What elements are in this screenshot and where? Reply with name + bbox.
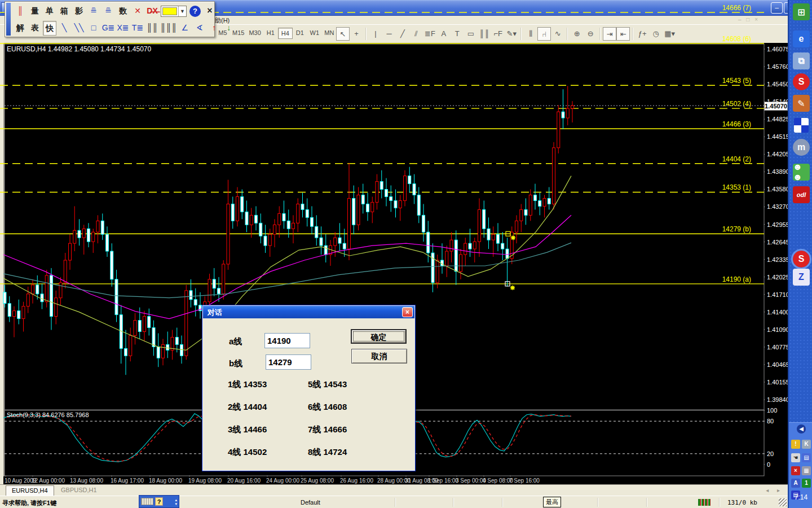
maxthon-icon[interactable]: m [793, 139, 810, 156]
messenger-icon[interactable]: ☻☻ [793, 164, 810, 181]
tab-scroll-arrows[interactable]: ◂ ▸ [766, 487, 783, 493]
error-x-icon[interactable]: × [791, 466, 800, 475]
ime-options-icon[interactable]: ▴▾ [175, 498, 177, 506]
channel-button[interactable]: ⫽ [409, 27, 423, 41]
color-picker-dropdown[interactable]: ▼ [161, 6, 187, 17]
label-button[interactable]: T [451, 27, 464, 41]
a-line-input[interactable] [264, 333, 310, 348]
ime-language-bar[interactable]: ? ▴▾ [139, 495, 179, 508]
parallel-lines-button[interactable]: ╲╲ [72, 21, 86, 36]
b-line-input[interactable] [266, 354, 311, 370]
dialog-titlebar[interactable]: 对话 [203, 306, 414, 318]
templates-button[interactable]: ▦▾ [663, 27, 677, 41]
candle-chart-icon[interactable]: ║ [14, 4, 27, 19]
order-button[interactable]: 单 [43, 4, 56, 19]
date-axis[interactable]: 10 Aug 200912 Aug 00:0013 Aug 08:0016 Au… [3, 476, 765, 484]
timeframe-w1[interactable]: W1 [307, 28, 322, 39]
timeframe-d1[interactable]: D1 [293, 28, 307, 39]
rectangle-button[interactable]: □ [87, 21, 100, 36]
trendline-button[interactable]: ╱ [396, 27, 409, 41]
chart-tab-eurusdh4[interactable]: EURUSD,H4 [6, 485, 54, 496]
chart-shift-button[interactable]: ⇥ [603, 27, 616, 41]
ok-button[interactable]: 确定 [351, 329, 407, 344]
gann-lines-button[interactable]: G≣ [102, 21, 115, 36]
box-button[interactable]: 箱 [58, 4, 71, 19]
cursor-button[interactable]: ↖ [336, 27, 350, 41]
fan-button[interactable]: ∠ [178, 21, 192, 36]
shape-button[interactable]: ▭ [464, 27, 478, 41]
input-a-icon[interactable]: A [791, 479, 800, 488]
hand-icon[interactable]: ☚ [791, 453, 800, 462]
volume-button[interactable]: 量 [28, 4, 42, 19]
down-arrow-button[interactable]: ↓ [222, 21, 236, 36]
browser-swirl-icon[interactable]: S [793, 73, 810, 90]
histogram2-button[interactable]: ≞ [102, 4, 115, 19]
security-shield-icon[interactable]: ! [791, 440, 800, 449]
fibo-fan-button[interactable]: ⌐F [491, 27, 505, 41]
vertical-line-button[interactable]: | [369, 27, 382, 41]
price-axis[interactable]: 1.460751.457601.454501.451401.448251.445… [765, 43, 788, 476]
line-chart-button[interactable]: ∿ [551, 27, 564, 41]
keyboard-icon[interactable] [141, 498, 153, 505]
up-arrow-button[interactable]: ↑ [208, 21, 221, 36]
number-button[interactable]: 数 [116, 4, 130, 19]
clock[interactable]: 7:14 [789, 493, 812, 501]
chart-tab-gbpusdh1[interactable]: GBPUSD,H1 [55, 485, 103, 496]
lines-dialog[interactable]: 对话 × a线 b线 确定 取消 1线 143535线 145432线 1440… [202, 305, 416, 471]
grey-app-icon[interactable]: ▦ [802, 466, 811, 475]
minimize-button[interactable]: – [771, 2, 783, 14]
shadow-button[interactable]: 影 [72, 4, 86, 19]
timeframe-m30[interactable]: M30 [246, 28, 263, 39]
trendline-button[interactable]: ╲ [58, 21, 71, 36]
zoom-in-button[interactable]: ⊕ [570, 27, 584, 41]
histogram-button[interactable]: ≞ [87, 4, 100, 19]
network-icon[interactable]: ▤ [802, 453, 811, 462]
delete-cross-button[interactable]: ✕ [131, 4, 144, 19]
green-1-icon[interactable]: 1 [802, 479, 811, 488]
text-button[interactable]: A [437, 27, 451, 41]
ime-help-icon[interactable]: ? [155, 497, 163, 506]
k-app-icon[interactable]: K [802, 440, 811, 449]
timeframe-h1[interactable]: H1 [263, 28, 278, 39]
odl-icon[interactable]: odl [793, 186, 810, 203]
candles-button[interactable]: ⑁ [537, 27, 551, 41]
periods-button[interactable]: ◷ [649, 27, 663, 41]
x-lines-button[interactable]: X≣ [116, 21, 130, 36]
arrows-button[interactable]: ✎▾ [505, 27, 518, 41]
horizontal-line-button[interactable]: ─ [382, 27, 396, 41]
help-button[interactable]: ? [189, 6, 201, 17]
jie-button[interactable]: 解 [14, 21, 27, 36]
table-button[interactable]: 表 [28, 21, 42, 36]
fibonacci-button[interactable]: ≣F [423, 27, 437, 41]
quick-button[interactable]: 快 [43, 21, 56, 36]
screenshot-tool-icon[interactable]: ⧉ [793, 52, 810, 69]
t-lines-button[interactable]: T≣ [131, 21, 144, 36]
dialog-close-button[interactable]: × [402, 307, 413, 317]
zoom-out-button[interactable]: ⊖ [584, 27, 597, 41]
cancel-button[interactable]: 取消 [351, 349, 407, 364]
dropdown-arrow-icon[interactable]: ▼ [178, 6, 186, 16]
status-profile[interactable]: Default [301, 499, 320, 506]
windows-logo-icon[interactable]: ⊞ [793, 3, 810, 20]
crosshair-button[interactable]: + [350, 27, 363, 41]
resize-grip[interactable] [779, 498, 787, 506]
toolbar-close-button[interactable]: × [203, 4, 217, 19]
browser-swirl-selected-icon[interactable]: S [793, 251, 810, 268]
floating-toolbar-grip[interactable] [6, 3, 11, 36]
vlines2-button[interactable]: ║║║ [160, 21, 177, 36]
ie-icon[interactable]: e [793, 30, 810, 47]
paint-tool-icon[interactable]: ✎ [793, 95, 810, 112]
fan2-button[interactable]: ∢ [193, 21, 206, 36]
z-app-icon[interactable]: Z [793, 269, 810, 286]
bar-chart-button[interactable]: ⫼ [524, 27, 537, 41]
checker-app-icon[interactable] [793, 117, 810, 134]
auto-scroll-button[interactable]: ⇤ [616, 27, 630, 41]
collapse-arrow-icon[interactable]: ◀ [797, 424, 806, 433]
timeframe-h4[interactable]: H4 [278, 28, 293, 39]
cycle-lines-button[interactable]: ║║ [478, 27, 491, 41]
timeframe-mn[interactable]: MN [322, 28, 337, 39]
dx-button[interactable]: D̶X̶ [145, 4, 159, 19]
mdi-window-buttons[interactable]: – □ × [738, 16, 760, 23]
vlines-button[interactable]: ║║ [145, 21, 159, 36]
floating-toolbar[interactable]: ║量单箱影≞≞数✕D̶X̶▼?× 解表快╲╲╲□G≣X≣T≣║║║║║∠∢↑↓ [5, 1, 215, 37]
